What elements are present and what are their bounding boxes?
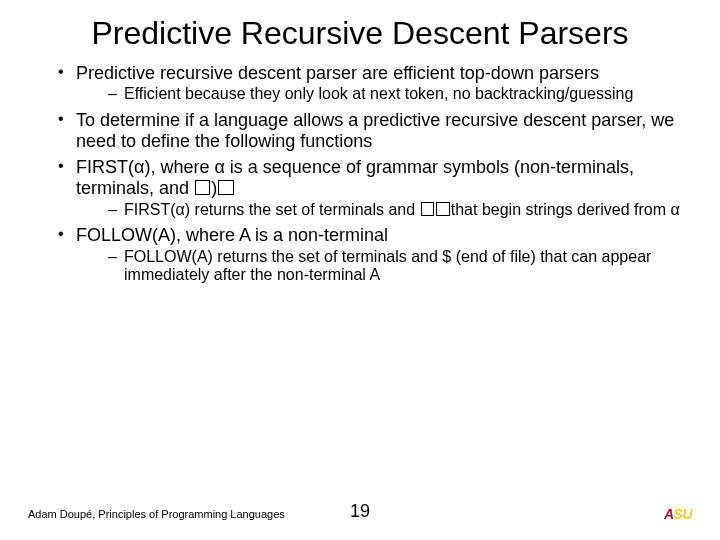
sub-bullet-text: FIRST(α) returns the set of terminals an…: [124, 201, 420, 218]
bullet-list: Predictive recursive descent parser are …: [30, 63, 690, 285]
bullet-item: Predictive recursive descent parser are …: [58, 63, 690, 104]
slide-title: Predictive Recursive Descent Parsers: [0, 0, 720, 57]
sub-bullet-list: FIRST(α) returns the set of terminals an…: [76, 201, 690, 219]
unknown-glyph-icon: [195, 180, 210, 195]
asu-logo: ASU: [664, 506, 692, 522]
logo-part: A: [664, 506, 674, 522]
unknown-glyph-icon: [218, 180, 233, 195]
bullet-item: FIRST(α), where α is a sequence of gramm…: [58, 157, 690, 219]
bullet-text: FOLLOW(A), where A is a non-terminal: [76, 225, 388, 245]
slide-body: Predictive recursive descent parser are …: [0, 63, 720, 285]
sub-bullet-item: Efficient because they only look at next…: [108, 85, 690, 103]
sub-bullet-list: FOLLOW(A) returns the set of terminals a…: [76, 248, 690, 285]
sub-bullet-text: that begin strings derived from α: [451, 201, 680, 218]
bullet-item: To determine if a language allows a pred…: [58, 110, 690, 151]
bullet-text: Predictive recursive descent parser are …: [76, 63, 599, 83]
page-number: 19: [0, 501, 720, 522]
logo-part: SU: [674, 506, 692, 522]
slide: Predictive Recursive Descent Parsers Pre…: [0, 0, 720, 540]
bullet-text: To determine if a language allows a pred…: [76, 110, 674, 151]
sub-bullet-list: Efficient because they only look at next…: [76, 85, 690, 103]
sub-bullet-item: FOLLOW(A) returns the set of terminals a…: [108, 248, 690, 285]
bullet-text: ): [211, 178, 217, 198]
bullet-item: FOLLOW(A), where A is a non-terminal FOL…: [58, 225, 690, 284]
sub-bullet-text: Efficient because they only look at next…: [124, 85, 633, 102]
bullet-text: FIRST(α), where α is a sequence of gramm…: [76, 157, 634, 198]
sub-bullet-text: FOLLOW(A) returns the set of terminals a…: [124, 248, 651, 283]
unknown-glyph-icon: [436, 202, 450, 216]
sub-bullet-item: FIRST(α) returns the set of terminals an…: [108, 201, 690, 219]
unknown-glyph-icon: [421, 202, 435, 216]
